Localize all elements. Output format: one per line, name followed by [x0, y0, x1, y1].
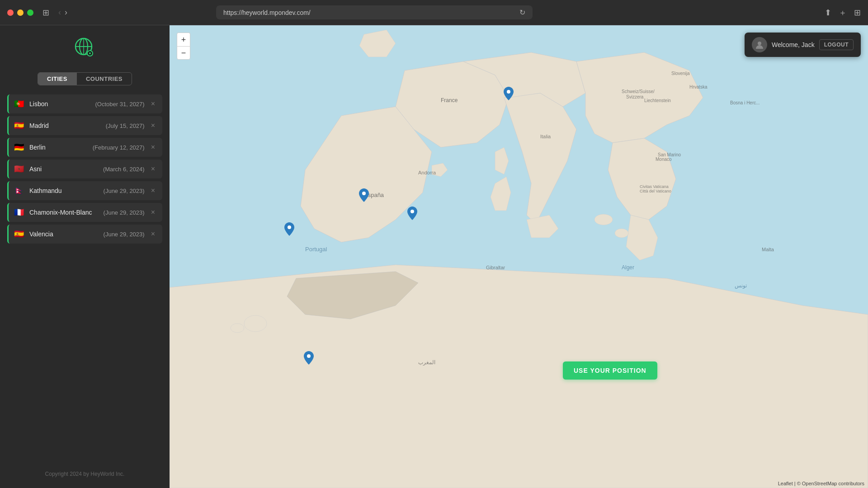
- remove-city-button[interactable]: ×: [149, 99, 157, 109]
- city-name: Asni: [29, 165, 103, 173]
- flag-france: 🇫🇷: [14, 207, 25, 217]
- zoom-in-button[interactable]: +: [177, 33, 190, 46]
- marker-asni[interactable]: [304, 351, 314, 366]
- svg-point-5: [89, 52, 91, 54]
- flag-spain-2: 🇪🇸: [14, 229, 25, 239]
- remove-city-button[interactable]: ×: [149, 186, 157, 196]
- pin-icon: [304, 351, 314, 365]
- svg-text:تونس: تونس: [735, 282, 747, 289]
- city-list: 🇵🇹 Lisbon (October 31, 2027) × 🇪🇸 Madrid…: [7, 94, 162, 244]
- refresh-button[interactable]: ↻: [519, 8, 525, 17]
- minimize-button[interactable]: [17, 9, 24, 16]
- remove-city-button[interactable]: ×: [149, 207, 157, 217]
- tabs-row: CITIES COUNTRIES: [38, 72, 132, 85]
- svg-text:Città del Vaticano: Città del Vaticano: [640, 189, 671, 193]
- list-item[interactable]: 🇪🇸 Madrid (July 15, 2027) ×: [7, 116, 162, 135]
- svg-text:Portugal: Portugal: [305, 246, 327, 253]
- list-item[interactable]: 🇳🇵 Kathmandu (June 29, 2023) ×: [7, 181, 162, 200]
- svg-text:Monaco: Monaco: [656, 157, 672, 162]
- extensions-button[interactable]: ⊞: [854, 8, 861, 18]
- flag-nepal: 🇳🇵: [14, 186, 25, 196]
- list-item[interactable]: 🇫🇷 Chamonix-Mont-Blanc (June 29, 2023) ×: [7, 203, 162, 222]
- sidebar-toggle-button[interactable]: ⊞: [42, 8, 49, 18]
- city-name: Lisbon: [29, 100, 95, 108]
- welcome-badge: Welcome, Jack LOGOUT: [745, 33, 861, 57]
- list-item[interactable]: 🇪🇸 Valencia (June 29, 2023) ×: [7, 225, 162, 244]
- svg-point-28: [244, 315, 267, 332]
- svg-point-30: [594, 214, 613, 225]
- city-name: Kathmandu: [29, 187, 104, 194]
- marker-madrid[interactable]: [359, 188, 369, 204]
- svg-text:Hrvatska: Hrvatska: [689, 84, 708, 89]
- map-controls: + −: [177, 33, 190, 60]
- pin-icon: [504, 87, 514, 100]
- marker-chamonix[interactable]: [504, 87, 514, 102]
- city-date: (July 15, 2027): [106, 122, 145, 129]
- browser-actions: ⬆ ＋ ⊞: [825, 7, 861, 18]
- svg-point-33: [288, 225, 291, 229]
- new-tab-button[interactable]: ＋: [839, 7, 847, 18]
- remove-city-button[interactable]: ×: [149, 121, 157, 131]
- remove-city-button[interactable]: ×: [149, 229, 157, 239]
- list-item[interactable]: 🇩🇪 Berlin (February 12, 2027) ×: [7, 138, 162, 157]
- flag-germany: 🇩🇪: [14, 142, 25, 152]
- zoom-out-button[interactable]: −: [177, 46, 190, 60]
- map-area[interactable]: Portugal España France Italia Andorra Gi…: [170, 25, 868, 488]
- svg-point-31: [615, 229, 628, 238]
- logout-button[interactable]: LOGOUT: [819, 39, 854, 50]
- city-date: (June 29, 2023): [104, 188, 145, 194]
- city-name: Madrid: [29, 122, 106, 129]
- forward-button[interactable]: ›: [65, 8, 67, 17]
- svg-text:Schweiz/Suisse/: Schweiz/Suisse/: [622, 89, 655, 94]
- back-button[interactable]: ‹: [58, 8, 61, 17]
- marker-valencia[interactable]: [407, 206, 417, 222]
- city-name: Valencia: [29, 230, 104, 238]
- globe-icon: [73, 36, 97, 60]
- svg-point-37: [307, 354, 311, 358]
- close-button[interactable]: [7, 9, 14, 16]
- avatar: [752, 37, 767, 52]
- svg-point-34: [362, 192, 366, 195]
- pin-icon: [284, 222, 294, 236]
- remove-city-button[interactable]: ×: [149, 164, 157, 174]
- svg-point-32: [758, 42, 761, 45]
- browser-chrome: ⊞ ‹ › ↻ ⬆ ＋ ⊞: [0, 0, 868, 25]
- maximize-button[interactable]: [27, 9, 33, 16]
- svg-point-36: [507, 90, 510, 94]
- browser-nav: ‹ ›: [58, 8, 67, 17]
- flag-portugal: 🇵🇹: [14, 99, 25, 109]
- pin-icon: [359, 188, 369, 202]
- flag-spain: 🇪🇸: [14, 121, 25, 131]
- svg-point-29: [231, 324, 244, 333]
- svg-text:Civitas Vaticana: Civitas Vaticana: [640, 184, 669, 189]
- address-bar[interactable]: ↻: [216, 5, 533, 19]
- app-container: CITIES COUNTRIES 🇵🇹 Lisbon (October 31, …: [0, 25, 868, 488]
- share-button[interactable]: ⬆: [825, 8, 831, 18]
- use-position-button[interactable]: USE YOUR POSITION: [563, 361, 657, 380]
- svg-point-35: [410, 210, 414, 213]
- svg-text:المغرب: المغرب: [418, 359, 435, 366]
- svg-text:Andorra: Andorra: [418, 170, 436, 175]
- traffic-lights: [7, 9, 33, 16]
- city-date: (October 31, 2027): [95, 101, 145, 108]
- logo-area: [73, 36, 97, 61]
- tab-cities[interactable]: CITIES: [38, 73, 76, 85]
- welcome-text: Welcome, Jack: [772, 41, 815, 48]
- list-item[interactable]: 🇵🇹 Lisbon (October 31, 2027) ×: [7, 94, 162, 113]
- svg-text:Liechtenstein: Liechtenstein: [644, 98, 671, 103]
- city-date: (June 29, 2023): [104, 209, 145, 216]
- city-name: Berlin: [29, 144, 93, 151]
- user-icon: [755, 40, 764, 50]
- svg-text:Italia: Italia: [540, 134, 551, 139]
- tab-countries[interactable]: COUNTRIES: [77, 73, 132, 85]
- sidebar: CITIES COUNTRIES 🇵🇹 Lisbon (October 31, …: [0, 25, 170, 488]
- map-canvas: Portugal España France Italia Andorra Gi…: [170, 25, 868, 488]
- city-date: (March 6, 2024): [103, 166, 145, 173]
- url-input[interactable]: [223, 9, 516, 16]
- pin-icon: [407, 206, 417, 220]
- remove-city-button[interactable]: ×: [149, 142, 157, 152]
- marker-lisbon[interactable]: [284, 222, 294, 238]
- svg-text:Svizzera: Svizzera: [626, 94, 644, 99]
- flag-morocco: 🇲🇦: [14, 164, 25, 174]
- list-item[interactable]: 🇲🇦 Asni (March 6, 2024) ×: [7, 160, 162, 178]
